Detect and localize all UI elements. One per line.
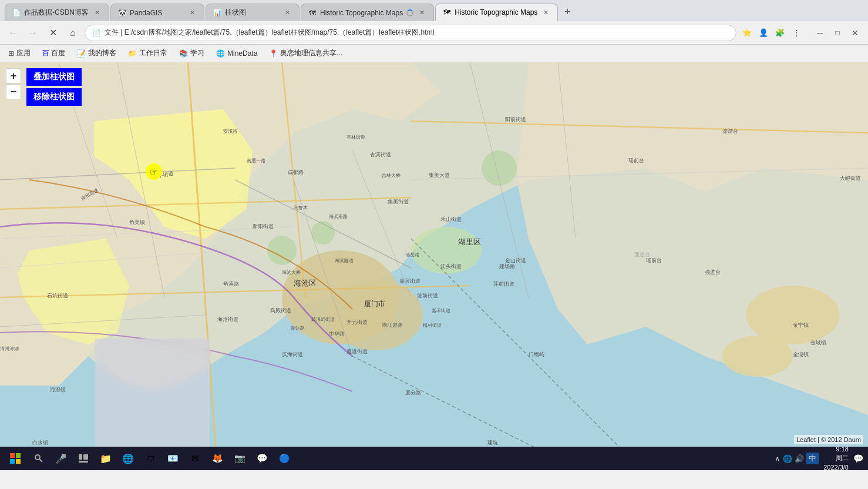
minimize-button[interactable]: ─: [812, 25, 828, 41]
add-bar-chart-button[interactable]: 叠加柱状图: [26, 68, 82, 86]
bookmark-apps[interactable]: ⊞ 应用: [5, 47, 34, 59]
svg-point-8: [267, 236, 297, 265]
notification-icon[interactable]: 💬: [853, 454, 863, 463]
svg-text:门纲屿: 门纲屿: [529, 351, 544, 357]
svg-text:湖里区: 湖里区: [458, 237, 481, 246]
cortana-icon[interactable]: 🎤: [52, 449, 70, 468]
network-tray-icon[interactable]: 🌐: [783, 454, 792, 463]
address-bar-container: ← → ✕ ⌂ 📄 文件 | E:/csdn博客/地图之家/leaflet篇/7…: [0, 21, 868, 45]
tab-close-barchart[interactable]: ✕: [282, 8, 292, 18]
zoom-in-button[interactable]: +: [6, 68, 21, 83]
volume-tray-icon[interactable]: 🔊: [795, 454, 804, 463]
svg-text:海沧大桥: 海沧大桥: [282, 270, 301, 275]
chrome-taskbar-icon[interactable]: 🔵: [275, 449, 294, 468]
task-view-icon[interactable]: [74, 449, 93, 468]
tray-chevron[interactable]: ∧: [775, 454, 780, 463]
loading-indicator: [406, 9, 413, 16]
svg-text:瑶前台: 瑶前台: [646, 257, 662, 263]
extensions-icon[interactable]: 🧩: [773, 26, 787, 40]
svg-text:漳州漳湖: 漳州漳湖: [0, 346, 19, 351]
tab-close-pandagis[interactable]: ✕: [187, 8, 197, 18]
start-button[interactable]: [5, 448, 26, 469]
bookmark-work[interactable]: 📁 工作日常: [125, 47, 171, 59]
bookmark-blog[interactable]: 📝 我的博客: [73, 47, 120, 59]
maximize-button[interactable]: □: [829, 25, 846, 41]
svg-text:海滨隧道: 海滨隧道: [335, 258, 354, 263]
tab-bar-chart[interactable]: 📊 柱状图 ✕: [206, 4, 300, 21]
language-indicator[interactable]: 中: [806, 453, 819, 464]
svg-text:大嶝街道: 大嶝街道: [840, 175, 861, 181]
system-tray: ∧ 🌐 🔊 中 9:18 周二 2022/3/8 💬: [775, 447, 863, 470]
search-taskbar-icon[interactable]: [29, 449, 48, 468]
svg-text:植村街道: 植村街道: [423, 323, 442, 328]
home-button[interactable]: ⌂: [65, 25, 81, 41]
reload-button[interactable]: ✕: [45, 25, 61, 41]
tab-close-csdn[interactable]: ✕: [92, 8, 102, 18]
tab-pandagis[interactable]: 🐼 PandaGIS ✕: [110, 4, 204, 21]
svg-text:鼓浪屿街道: 鼓浪屿街道: [311, 317, 335, 322]
browser-chrome: 📄 作品数据-CSDN博客 ✕ 🐼 PandaGIS ✕ 📊 柱状图 ✕ 🗺 H…: [0, 0, 868, 62]
svg-text:建场路: 建场路: [499, 263, 515, 269]
svg-text:海滨南路: 海滨南路: [329, 214, 348, 219]
svg-text:南通一路: 南通一路: [247, 158, 265, 163]
svg-text:金湖镇: 金湖镇: [793, 351, 809, 357]
tab-historic1[interactable]: 🗺 Historic Topographic Maps ✕: [301, 4, 434, 21]
svg-text:阳前街道: 阳前街道: [505, 116, 526, 122]
bookmark-study[interactable]: 📚 学习: [176, 47, 208, 59]
study-icon: 📚: [179, 49, 188, 58]
edge-taskbar-icon[interactable]: 🌐: [119, 449, 137, 468]
svg-text:高殿街道: 高殿街道: [270, 307, 291, 313]
outlook-taskbar-icon[interactable]: 📧: [163, 449, 182, 468]
svg-text:杏滨街道: 杏滨街道: [370, 152, 391, 158]
svg-text:滨海街道: 滨海街道: [282, 351, 303, 357]
collections-icon[interactable]: ⭐: [740, 26, 754, 40]
svg-text:莲前街道: 莲前街道: [493, 281, 514, 287]
profile-icon[interactable]: 👤: [756, 26, 771, 40]
svg-rect-96: [16, 459, 21, 464]
bookmark-aolian[interactable]: 📍 奥恋地理信息共享...: [265, 47, 346, 59]
new-tab-button[interactable]: +: [559, 4, 576, 20]
bookmark-minedata[interactable]: 🌐 MineData: [213, 48, 261, 59]
svg-rect-99: [79, 454, 82, 460]
svg-text:海沧区: 海沧区: [294, 279, 317, 287]
svg-rect-94: [16, 453, 21, 458]
svg-text:成都路: 成都路: [288, 169, 304, 175]
svg-point-6: [746, 286, 840, 344]
tab-favicon-csdn: 📄: [12, 9, 21, 17]
camera-taskbar-icon[interactable]: 📷: [230, 449, 249, 468]
minedata-icon: 🌐: [216, 49, 225, 58]
map-container[interactable]: 湖里区 海沧区 厦门市 东孚街道 角美镇 新阳街道 乌鲁木 海滨南路 集美街道 …: [0, 62, 868, 447]
back-button[interactable]: ←: [5, 25, 21, 41]
firefox-taskbar-icon[interactable]: 🦊: [208, 449, 227, 468]
aolian-icon: 📍: [269, 49, 278, 58]
tab-close-historic1[interactable]: ✕: [417, 8, 426, 18]
file-explorer-taskbar-icon[interactable]: 📁: [96, 449, 115, 468]
mail-taskbar-icon[interactable]: ✉: [186, 449, 204, 468]
tab-favicon-barchart: 📊: [213, 9, 221, 17]
forward-button[interactable]: →: [25, 25, 41, 41]
zoom-out-button[interactable]: −: [6, 84, 21, 99]
bookmark-baidu[interactable]: 百 百度: [39, 47, 69, 59]
system-clock[interactable]: 9:18 周二 2022/3/8: [823, 445, 849, 472]
tab-csdn[interactable]: 📄 作品数据-CSDN博客 ✕: [5, 4, 109, 21]
antivirus-taskbar-icon[interactable]: 🛡: [141, 449, 160, 468]
svg-text:集美街道: 集美街道: [388, 199, 409, 205]
address-input[interactable]: 📄 文件 | E:/csdn博客/地图之家/leaflet篇/75.（leafl…: [85, 25, 736, 41]
tab-close-historic2[interactable]: ✕: [541, 8, 550, 17]
tab-historic2[interactable]: 🗺 Historic Topographic Maps ✕: [435, 4, 558, 21]
settings-icon[interactable]: ⋮: [789, 26, 803, 40]
remove-bar-chart-button[interactable]: 移除柱状图: [26, 88, 82, 106]
wechat-taskbar-icon[interactable]: 💬: [253, 449, 271, 468]
close-button[interactable]: ✕: [847, 25, 863, 41]
svg-rect-101: [79, 461, 88, 463]
svg-text:面道台: 面道台: [634, 252, 650, 257]
map-attribution: Leaflet | © 2012 Daum: [794, 435, 863, 444]
svg-text:乌鲁木: 乌鲁木: [294, 205, 308, 210]
svg-text:新阳街道: 新阳街道: [253, 223, 274, 229]
tab-label-historic1: Historic Topographic Maps: [320, 9, 403, 17]
svg-text:厦港街道: 厦港街道: [346, 349, 368, 354]
svg-rect-100: [83, 454, 88, 460]
svg-text:仙岳路: 仙岳路: [405, 252, 419, 257]
blog-icon: 📝: [77, 49, 86, 58]
tab-label-historic2: Historic Topographic Maps: [455, 8, 537, 16]
